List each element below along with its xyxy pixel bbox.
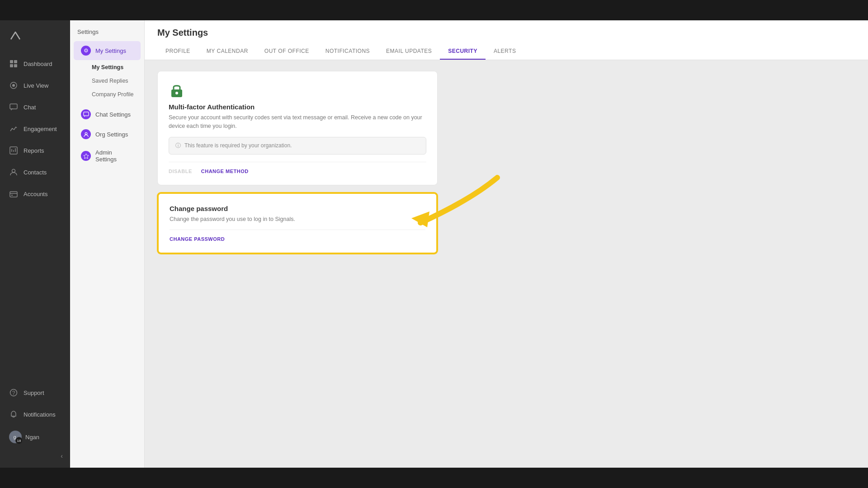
change-password-button[interactable]: CHANGE PASSWORD — [170, 236, 225, 242]
reports-label: Reports — [24, 147, 44, 154]
nav-item-reports[interactable]: Reports — [0, 140, 70, 161]
nav-item-notifications[interactable]: Notifications — [0, 404, 70, 425]
collapse-icon[interactable]: ‹ — [61, 452, 63, 460]
org-settings-icon — [81, 129, 91, 139]
admin-settings-icon — [81, 151, 91, 161]
change-method-button[interactable]: CHANGE METHOD — [201, 169, 249, 174]
svg-rect-6 — [10, 104, 17, 109]
page-title: My Settings — [157, 28, 855, 38]
nav-item-engagement[interactable]: Engagement — [0, 118, 70, 140]
mfa-card: Multi-factor Authentication Secure your … — [157, 71, 438, 185]
chat-settings-icon — [81, 109, 91, 119]
notification-badge: 18 — [15, 437, 23, 444]
svg-rect-14 — [11, 195, 13, 196]
settings-sidebar-header: Settings — [70, 20, 144, 41]
svg-point-11 — [12, 169, 15, 173]
required-notice: ⓘ This feature is required by your organ… — [169, 137, 426, 155]
tab-security[interactable]: SECURITY — [440, 43, 486, 60]
svg-rect-2 — [10, 64, 13, 67]
svg-rect-20 — [83, 112, 88, 115]
org-settings-label: Org Settings — [95, 131, 128, 138]
svg-rect-12 — [10, 192, 17, 197]
main-header: My Settings PROFILE MY CALENDAR OUT OF O… — [145, 20, 868, 60]
nav-item-contacts[interactable]: Contacts — [0, 161, 70, 183]
chat-label: Chat — [24, 104, 36, 111]
main-area: My Settings PROFILE MY CALENDAR OUT OF O… — [145, 20, 868, 468]
svg-point-5 — [12, 84, 15, 87]
engagement-label: Engagement — [24, 126, 57, 132]
main-tabs: PROFILE MY CALENDAR OUT OF OFFICE NOTIFI… — [157, 43, 855, 60]
accounts-icon — [9, 189, 18, 198]
change-password-actions: CHANGE PASSWORD — [170, 230, 425, 242]
info-icon: ⓘ — [175, 142, 181, 150]
change-password-title: Change password — [170, 205, 425, 212]
tab-profile[interactable]: PROFILE — [157, 43, 198, 60]
sidebar-item-org-settings[interactable]: Org Settings — [74, 125, 141, 144]
avatar: g. 18 — [9, 431, 22, 443]
my-settings-label: My Settings — [95, 47, 126, 54]
notifications-label: Notifications — [24, 411, 56, 418]
main-body: Multi-factor Authentication Secure your … — [145, 60, 868, 468]
nav-collapse[interactable]: ‹ — [0, 449, 70, 463]
sidebar-sub-saved-replies[interactable]: Saved Replies — [70, 74, 144, 88]
svg-rect-3 — [14, 64, 17, 67]
main-content: My Settings PROFILE MY CALENDAR OUT OF O… — [145, 20, 868, 468]
dashboard-icon — [9, 59, 18, 68]
nav-bottom: ? Support Notifications — [0, 382, 70, 468]
liveview-icon — [9, 81, 18, 90]
support-icon: ? — [9, 388, 18, 397]
app-body: Dashboard Live View Chat — [0, 20, 868, 468]
sidebar-item-chat-settings[interactable]: Chat Settings — [74, 105, 141, 124]
chat-icon — [9, 103, 18, 112]
sidebar-item-my-settings[interactable]: ⚙ My Settings — [74, 41, 141, 60]
mfa-card-actions: DISABLE CHANGE METHOD — [169, 162, 426, 174]
change-password-description: Change the password you use to log in to… — [170, 215, 425, 224]
sidebar-sub-my-settings[interactable]: My Settings — [70, 61, 144, 74]
top-bar — [0, 0, 868, 20]
contacts-label: Contacts — [24, 169, 47, 176]
bottom-bar — [0, 468, 868, 488]
accounts-label: Accounts — [24, 191, 47, 197]
mfa-description: Secure your account with security codes … — [169, 113, 426, 131]
reports-icon — [9, 146, 18, 155]
change-password-card: Change password Change the password you … — [157, 192, 438, 254]
tab-notifications[interactable]: NOTIFICATIONS — [317, 43, 378, 60]
disable-button[interactable]: DISABLE — [169, 169, 192, 174]
required-notice-text: This feature is required by your organiz… — [184, 142, 292, 149]
nav-user[interactable]: g. 18 Ngan — [0, 425, 70, 449]
nav-item-support[interactable]: ? Support — [0, 382, 70, 404]
svg-rect-1 — [14, 60, 17, 63]
lock-icon — [169, 82, 185, 99]
nav-item-liveview[interactable]: Live View — [0, 75, 70, 96]
svg-text:?: ? — [12, 390, 15, 396]
dashboard-label: Dashboard — [24, 61, 52, 67]
engagement-icon — [9, 124, 18, 133]
logo[interactable] — [0, 25, 70, 53]
svg-rect-0 — [10, 60, 13, 63]
admin-settings-label: Admin Settings — [95, 149, 133, 163]
tab-email-updates[interactable]: EMAIL UPDATES — [378, 43, 440, 60]
support-label: Support — [24, 389, 44, 396]
sidebar-sub-company-profile[interactable]: Company Profile — [70, 88, 144, 101]
liveview-label: Live View — [24, 82, 48, 89]
settings-sidebar: Settings ⚙ My Settings My Settings Saved… — [70, 20, 145, 468]
my-settings-icon: ⚙ — [81, 46, 91, 56]
nav-item-accounts[interactable]: Accounts — [0, 183, 70, 205]
nav-item-dashboard[interactable]: Dashboard — [0, 53, 70, 75]
tab-alerts[interactable]: ALERTS — [486, 43, 524, 60]
main-nav: Dashboard Live View Chat — [0, 20, 70, 468]
tab-out-of-office[interactable]: OUT OF OFFICE — [256, 43, 317, 60]
contacts-icon — [9, 168, 18, 177]
mfa-title: Multi-factor Authentication — [169, 103, 426, 111]
tab-my-calendar[interactable]: MY CALENDAR — [198, 43, 256, 60]
svg-point-23 — [175, 92, 178, 94]
user-name: Ngan — [25, 434, 39, 441]
svg-point-21 — [85, 132, 87, 135]
sidebar-item-admin-settings[interactable]: Admin Settings — [74, 145, 141, 167]
nav-item-chat[interactable]: Chat — [0, 96, 70, 118]
chat-settings-label: Chat Settings — [95, 111, 131, 118]
notifications-icon — [9, 410, 18, 419]
